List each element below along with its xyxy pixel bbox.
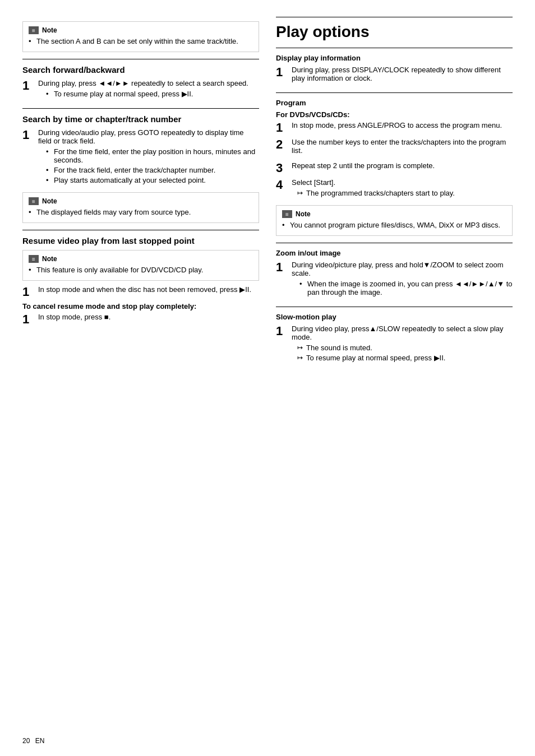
search-time-bullet-1: For the time field, enter the play posit… <box>46 147 259 164</box>
resume-note-item-1: This feature is only available for DVD/V… <box>29 266 253 274</box>
note-icon <box>29 197 39 205</box>
program-subtitle: For DVDs/VCDs/CDs: <box>276 110 513 119</box>
step-num: 1 <box>22 79 29 92</box>
step-num: 1 <box>276 66 283 79</box>
note-top-label: Note <box>42 26 57 34</box>
program-note-list: You cannot program picture files/discs, … <box>282 221 506 229</box>
note-icon <box>29 26 39 34</box>
cancel-subtitle: To cancel resume mode and stop play comp… <box>22 302 259 310</box>
program-note-item-1: You cannot program picture files/discs, … <box>282 221 506 229</box>
resume-step1: 1 In stop mode and when the disc has not… <box>22 285 259 299</box>
search-forward-bullets: To resume play at normal speed, press ▶I… <box>46 90 259 98</box>
program-step2: 2 Use the number keys to enter the track… <box>276 138 513 158</box>
search-time-step1-content: During video/audio play, press GOTO repe… <box>38 128 259 184</box>
zoom-step1-text: During video/picture play, press and hol… <box>292 261 504 277</box>
program-step2-content: Use the number keys to enter the tracks/… <box>292 138 513 155</box>
slow-motion-arrows: The sound is muted. To resume play at no… <box>297 344 513 362</box>
search-forward-bullet-1: To resume play at normal speed, press ▶I… <box>46 90 259 98</box>
search-forward-step1-text: During play, press ◄◄/►► repeatedly to s… <box>38 79 248 87</box>
program-step4-arrows: The programmed tracks/chapters start to … <box>297 189 513 197</box>
search-time-note-list: The displayed fields may vary from sourc… <box>29 208 253 216</box>
note-top-item-1: The section A and B can be set only with… <box>29 37 253 45</box>
program-step4-arrow-1: The programmed tracks/chapters start to … <box>297 189 513 197</box>
resume-note-box: Note This feature is only available for … <box>22 250 259 281</box>
program-step3: 3 Repeat step 2 until the program is com… <box>276 161 513 175</box>
program-title: Program <box>276 99 513 107</box>
step-num: 2 <box>276 138 283 151</box>
search-time-note-item-1: The displayed fields may vary from sourc… <box>29 208 253 216</box>
slow-motion-step1: 1 During video play, press▲/SLOW repeate… <box>276 324 513 365</box>
zoom-title: Zoom in/out image <box>276 249 513 257</box>
search-time-note-label: Note <box>42 197 57 205</box>
step-num: 1 <box>276 324 283 338</box>
slow-motion-arrow-1: The sound is muted. <box>297 344 513 352</box>
resume-note-label: Note <box>42 255 57 263</box>
zoom-step1: 1 During video/picture play, press and h… <box>276 261 513 300</box>
search-forward-step1: 1 During play, press ◄◄/►► repeatedly to… <box>22 79 259 101</box>
program-step1-content: In stop mode, press ANGLE/PROG to access… <box>292 121 513 129</box>
search-time-step1-text: During video/audio play, press GOTO repe… <box>38 128 244 145</box>
program-step1-text: In stop mode, press ANGLE/PROG to access… <box>292 121 502 129</box>
resume-title: Resume video play from last stopped poin… <box>22 236 259 245</box>
program-note-header: Note <box>282 210 506 218</box>
step-num: 1 <box>276 261 283 274</box>
display-play-step1-content: During play, press DISPLAY/CLOCK repeate… <box>292 66 513 82</box>
resume-step1-content: In stop mode and when the disc has not b… <box>38 285 259 294</box>
search-time-step1: 1 During video/audio play, press GOTO re… <box>22 128 259 188</box>
search-forward-step1-content: During play, press ◄◄/►► repeatedly to s… <box>38 79 259 98</box>
step-num: 1 <box>22 128 29 142</box>
program-step1: 1 In stop mode, press ANGLE/PROG to acce… <box>276 121 513 134</box>
search-forward-title: Search forward/backward <box>22 65 259 75</box>
step-num: 1 <box>276 121 283 134</box>
slow-motion-title: Slow-motion play <box>276 313 513 321</box>
note-icon <box>282 210 292 218</box>
slow-motion-step1-text: During video play, press▲/SLOW repeatedl… <box>292 324 504 341</box>
note-top-list: The section A and B can be set only with… <box>29 37 253 45</box>
display-play-step1-text: During play, press DISPLAY/CLOCK repeate… <box>292 66 501 82</box>
program-step4-content: Select [Start]. The programmed tracks/ch… <box>292 178 513 197</box>
page-lang: EN <box>35 737 45 745</box>
cancel-step1-content: In stop mode, press ■. <box>38 313 259 321</box>
cancel-step1-text: In stop mode, press ■. <box>38 313 110 321</box>
program-note-label: Note <box>296 210 311 218</box>
display-play-step1: 1 During play, press DISPLAY/CLOCK repea… <box>276 66 513 86</box>
resume-step1-text: In stop mode and when the disc has not b… <box>38 285 251 294</box>
page-footer: 20 EN <box>22 737 44 745</box>
search-time-bullet-3: Play starts automatically at your select… <box>46 176 259 184</box>
zoom-bullet-1: When the image is zoomed in, you can pre… <box>299 280 513 296</box>
step-num: 3 <box>276 161 283 175</box>
search-time-bullets: For the time field, enter the play posit… <box>46 147 259 184</box>
program-step4-text: Select [Start]. <box>292 178 335 187</box>
program-step4: 4 Select [Start]. The programmed tracks/… <box>276 178 513 201</box>
step-num: 1 <box>22 313 29 326</box>
search-time-bullet-2: For the track field, enter the track/cha… <box>46 166 259 174</box>
search-time-note-header: Note <box>29 197 253 205</box>
page-number: 20 <box>22 737 30 745</box>
zoom-bullets: When the image is zoomed in, you can pre… <box>299 280 513 296</box>
left-column: Note The section A and B can be set only… <box>22 17 259 739</box>
slow-motion-arrow-2: To resume play at normal speed, press ▶I… <box>297 354 513 362</box>
search-time-note-box: Note The displayed fields may vary from … <box>22 192 259 223</box>
search-time-title: Search by time or chapter/track number <box>22 114 259 124</box>
main-title: Play options <box>276 23 513 41</box>
display-play-title: Display play information <box>276 54 513 62</box>
program-step3-content: Repeat step 2 until the program is compl… <box>292 161 513 170</box>
zoom-step1-content: During video/picture play, press and hol… <box>292 261 513 296</box>
step-num: 4 <box>276 178 283 192</box>
program-step2-text: Use the number keys to enter the tracks/… <box>292 138 506 155</box>
note-top-header: Note <box>29 26 253 34</box>
cancel-step1: 1 In stop mode, press ■. <box>22 313 259 326</box>
program-note-box: Note You cannot program picture files/di… <box>276 205 513 236</box>
step-num: 1 <box>22 285 29 299</box>
note-top-box: Note The section A and B can be set only… <box>22 21 259 52</box>
note-icon <box>29 255 39 263</box>
resume-note-list: This feature is only available for DVD/V… <box>29 266 253 274</box>
right-column: Play options Display play information 1 … <box>276 17 513 739</box>
slow-motion-step1-content: During video play, press▲/SLOW repeatedl… <box>292 324 513 362</box>
resume-note-header: Note <box>29 255 253 263</box>
program-step3-text: Repeat step 2 until the program is compl… <box>292 161 435 170</box>
